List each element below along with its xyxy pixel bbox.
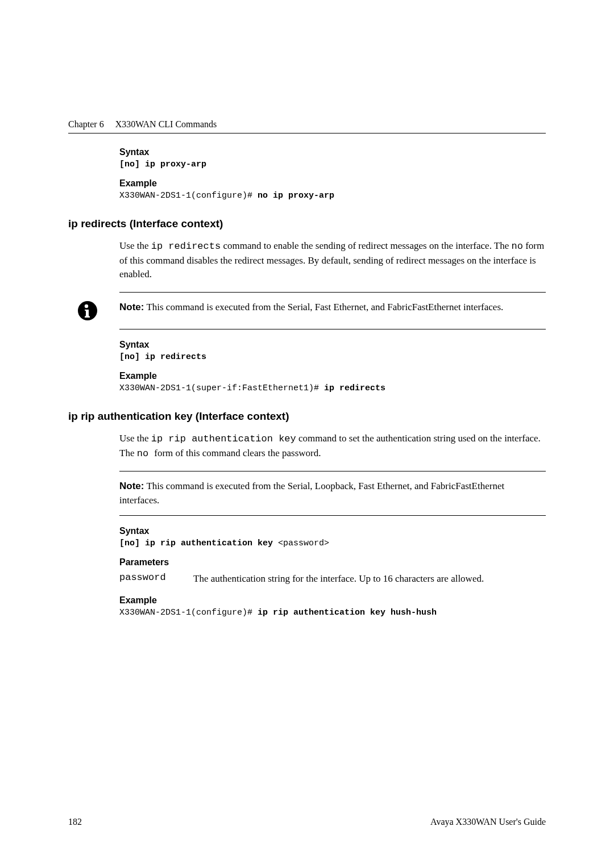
footer-text: Avaya X330WAN User's Guide: [430, 817, 546, 827]
inline-code: no: [137, 448, 155, 459]
example-code: X330WAN-2DS1-1(configure)# ip rip authen…: [119, 608, 546, 617]
note-text: Note: This command is executed from the …: [119, 479, 546, 507]
example-prefix: X330WAN-2DS1-1(super-if:FastEthernet1)#: [119, 383, 324, 393]
syntax-code: [no] ip proxy-arp: [119, 160, 546, 169]
page-number: 182: [68, 817, 82, 827]
example-heading: Example: [119, 595, 546, 606]
body-paragraph: Use the ip redirects command to enable t…: [119, 239, 546, 282]
example-code: X330WAN-2DS1-1(configure)# no ip proxy-a…: [119, 191, 546, 201]
example-code: X330WAN-2DS1-1(super-if:FastEthernet1)# …: [119, 383, 546, 393]
header-rule: [68, 133, 546, 133]
inline-code: ip rip authentication key: [151, 433, 296, 444]
parameter-description: The authentication string for the interf…: [193, 572, 484, 586]
syntax-heading: Syntax: [119, 526, 546, 536]
content-block: Use the ip rip authentication key comman…: [119, 432, 546, 617]
content-block: Use the ip redirects command to enable t…: [119, 239, 546, 393]
chapter-title: X330WAN CLI Commands: [115, 119, 217, 129]
syntax-heading: Syntax: [119, 147, 546, 157]
inline-code: ip redirects: [151, 241, 221, 252]
document-page: Chapter 6 X330WAN CLI Commands Syntax [n…: [0, 0, 614, 669]
body-paragraph: Use the ip rip authentication key comman…: [119, 432, 546, 461]
example-heading: Example: [119, 178, 546, 189]
example-command: ip redirects: [324, 383, 385, 393]
syntax-heading: Syntax: [119, 340, 546, 350]
example-prefix: X330WAN-2DS1-1(configure)#: [119, 608, 258, 617]
info-icon: [77, 301, 98, 321]
chapter-label: Chapter 6: [68, 119, 104, 129]
content-block: Syntax [no] ip proxy-arp Example X330WAN…: [119, 147, 546, 201]
inline-code: no: [512, 241, 523, 252]
note-label: Note:: [119, 481, 144, 491]
example-prefix: X330WAN-2DS1-1(configure)#: [119, 191, 258, 201]
svg-point-1: [85, 304, 88, 308]
example-command: no ip proxy-arp: [258, 191, 334, 201]
note-text: Note: This command is executed from the …: [119, 301, 503, 315]
example-heading: Example: [119, 371, 546, 381]
note-label: Note:: [119, 302, 144, 312]
syntax-param: <password>: [278, 539, 329, 548]
syntax-code: [no] ip redirects: [119, 352, 546, 362]
page-footer: 182 Avaya X330WAN User's Guide: [68, 817, 546, 827]
parameters-heading: Parameters: [119, 557, 546, 567]
section-title-redirects: ip redirects (Interface context): [68, 218, 546, 230]
page-header: Chapter 6 X330WAN CLI Commands: [68, 119, 546, 130]
parameter-name: password: [119, 572, 193, 586]
parameter-row: password The authentication string for t…: [119, 572, 546, 586]
section-title-rip-auth: ip rip authentication key (Interface con…: [68, 410, 546, 423]
syntax-code: [no] ip rip authentication key <password…: [119, 539, 546, 548]
note-block: Note: This command is executed from the …: [119, 471, 546, 516]
note-block: Note: This command is executed from the …: [119, 292, 546, 329]
example-command: ip rip authentication key hush-hush: [258, 608, 437, 617]
